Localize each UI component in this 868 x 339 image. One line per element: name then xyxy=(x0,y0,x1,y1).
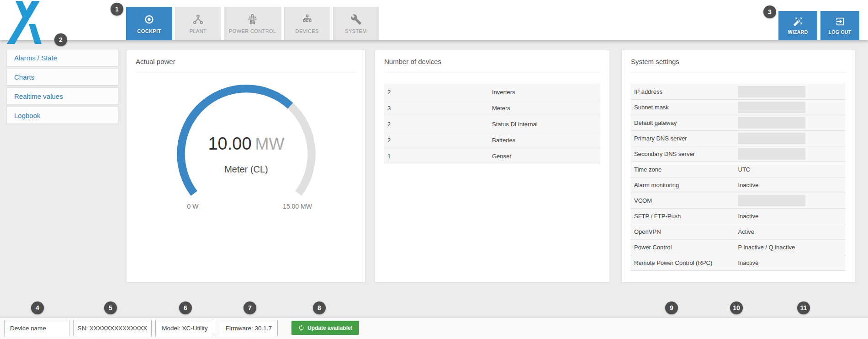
table-row: OpenVPN Active xyxy=(630,224,846,240)
tab-label: COCKPIT xyxy=(137,28,161,34)
logout-button-label: LOG OUT xyxy=(829,29,852,35)
power-gauge: 10.00MW Meter (CL) 0 W 15.00 MW xyxy=(155,80,337,217)
panel-title: System settings xyxy=(631,58,679,65)
tab-label: SYSTEM xyxy=(345,28,367,34)
table-row: 2 Batteries xyxy=(384,132,600,148)
device-type: Status DI internal xyxy=(492,116,538,132)
logout-button[interactable]: LOG OUT xyxy=(820,11,859,40)
panel-title: Number of devices xyxy=(384,58,441,65)
main-tabs: COCKPIT PLANT POWER CONTROL xyxy=(126,7,379,40)
logout-door-icon xyxy=(835,16,845,27)
table-row: 1 Genset xyxy=(384,148,600,164)
setting-value: Inactive xyxy=(738,255,759,270)
tab-plant[interactable]: PLANT xyxy=(175,7,221,40)
setting-label: VCOM xyxy=(634,193,652,208)
redacted-value xyxy=(738,86,805,97)
table-row: Secondary DNS server xyxy=(630,146,846,162)
annotation-badge-5: 5 xyxy=(104,301,117,314)
setting-label: IP address xyxy=(634,84,662,99)
sidebar-item-logbook[interactable]: Logbook xyxy=(6,107,118,124)
annotation-badge-7: 7 xyxy=(243,301,256,314)
update-available-button[interactable]: Update available! xyxy=(291,321,359,335)
sitemap-icon xyxy=(302,14,313,25)
gauge-source-label: Meter (CL) xyxy=(155,164,337,175)
model-box: Model: XC-Utility xyxy=(155,320,214,336)
setting-value: Inactive xyxy=(738,178,759,193)
device-count: 2 xyxy=(387,84,391,100)
divider xyxy=(384,73,600,73)
setting-label: Primary DNS server xyxy=(634,131,687,146)
app-root: COCKPIT PLANT POWER CONTROL xyxy=(0,0,868,339)
table-row: SFTP / FTP-Push Inactive xyxy=(630,209,846,224)
device-count: 2 xyxy=(387,132,391,148)
magic-wand-icon xyxy=(793,16,803,27)
target-icon xyxy=(143,14,155,25)
update-button-label: Update available! xyxy=(307,325,353,331)
footer-bar: SN: XXXXXXXXXXXXXX Model: XC-Utility Fir… xyxy=(0,317,868,339)
setting-value: Active xyxy=(738,224,754,239)
wrench-icon xyxy=(350,14,362,25)
actual-power-panel: Actual power 10.00MW Meter (CL) 0 W 15.0… xyxy=(126,50,365,282)
setting-value: Inactive xyxy=(738,209,759,224)
setting-label: OpenVPN xyxy=(634,224,661,239)
divider xyxy=(136,73,356,73)
redacted-value xyxy=(738,195,805,206)
tab-label: DEVICES xyxy=(296,28,319,34)
setting-label: Subnet mask xyxy=(634,100,669,115)
setting-value: P inactive / Q inactive xyxy=(738,240,795,255)
setting-label: Power Control xyxy=(634,240,672,255)
firmware-box: Firmware: 30.1.7 xyxy=(220,320,278,336)
table-row: Subnet mask xyxy=(630,100,846,115)
table-row: Default gateway xyxy=(630,115,846,131)
device-type: Batteries xyxy=(492,132,515,148)
device-count: 1 xyxy=(387,148,391,164)
gauge-reading: 10.00MW xyxy=(155,134,337,154)
table-row: 2 Inverters xyxy=(384,84,600,100)
annotation-badge-10: 10 xyxy=(730,301,743,314)
sidebar: Alarms / State Charts Realtime values Lo… xyxy=(6,49,118,126)
sidebar-item-realtime-values[interactable]: Realtime values xyxy=(6,87,118,105)
setting-label: Secondary DNS server xyxy=(634,146,695,161)
serial-number-box: SN: XXXXXXXXXXXXXX xyxy=(73,320,152,336)
annotation-badge-11: 11 xyxy=(797,301,810,314)
annotation-badge-9: 9 xyxy=(665,301,678,314)
wizard-button[interactable]: WIZARD xyxy=(778,11,817,40)
setting-label: Alarm monitoring xyxy=(634,178,679,193)
annotation-badge-1: 1 xyxy=(111,3,123,16)
tab-devices[interactable]: DEVICES xyxy=(284,7,330,40)
table-row: IP address xyxy=(630,84,846,100)
table-row: Alarm monitoring Inactive xyxy=(630,178,846,193)
setting-label: Default gateway xyxy=(634,115,677,130)
wizard-button-label: WIZARD xyxy=(788,29,808,35)
redacted-value xyxy=(738,102,805,113)
header: COCKPIT PLANT POWER CONTROL xyxy=(0,0,868,40)
annotation-badge-3: 3 xyxy=(763,5,776,18)
device-name-input[interactable] xyxy=(4,320,69,336)
tab-cockpit[interactable]: COCKPIT xyxy=(126,7,172,40)
tab-system[interactable]: SYSTEM xyxy=(333,7,379,40)
redacted-value xyxy=(738,133,805,144)
setting-label: SFTP / FTP-Push xyxy=(634,209,681,224)
divider xyxy=(631,73,846,73)
pylon-icon xyxy=(247,14,258,25)
table-row: 2 Status DI internal xyxy=(384,116,600,132)
redacted-value xyxy=(738,148,805,160)
setting-label: Time zone xyxy=(634,162,662,177)
annotation-badge-8: 8 xyxy=(313,301,326,314)
table-row: Remote Power Control (RPC) Inactive xyxy=(630,255,846,271)
device-count-panel: Number of devices 2 Inverters 3 Meters 2… xyxy=(375,50,610,282)
annotation-badge-2: 2 xyxy=(54,33,67,46)
annotation-badge-4: 4 xyxy=(31,301,44,314)
tab-power-control[interactable]: POWER CONTROL xyxy=(224,7,281,40)
refresh-icon xyxy=(298,324,305,331)
gauge-value-text: 10.00 xyxy=(208,134,251,153)
sidebar-item-alarms-state[interactable]: Alarms / State xyxy=(6,49,118,66)
device-type: Inverters xyxy=(492,84,515,100)
table-row: VCOM xyxy=(630,193,846,209)
brand-logo-icon xyxy=(5,1,42,44)
redacted-value xyxy=(738,117,805,129)
sidebar-item-charts[interactable]: Charts xyxy=(6,68,118,86)
setting-value: UTC xyxy=(738,162,751,177)
device-count: 2 xyxy=(387,116,391,132)
tab-label: PLANT xyxy=(190,28,206,34)
